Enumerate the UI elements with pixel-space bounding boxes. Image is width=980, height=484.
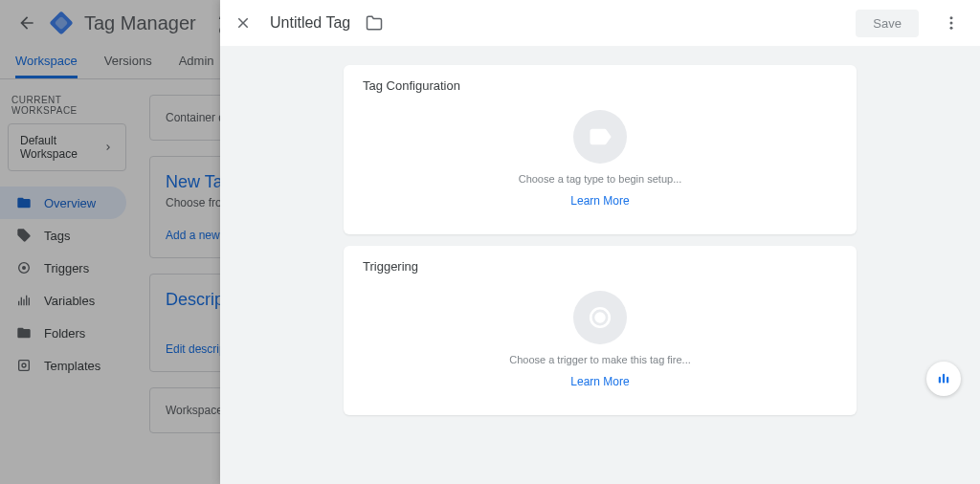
svg-rect-12 (943, 374, 945, 384)
tag-config-placeholder: Choose a tag type to begin setup... (519, 173, 682, 185)
tag-editor-modal: Untitled Tag Save Tag Configuration Choo… (220, 0, 980, 484)
triggering-learn-more-link[interactable]: Learn More (570, 375, 629, 388)
assistant-fab[interactable] (926, 362, 961, 396)
svg-point-10 (596, 314, 605, 322)
tag-config-title: Tag Configuration (363, 78, 837, 93)
svg-rect-11 (939, 377, 941, 384)
svg-point-7 (950, 22, 953, 25)
svg-point-8 (950, 27, 953, 30)
tag-name-input[interactable]: Untitled Tag (270, 14, 350, 32)
tag-configuration-panel[interactable]: Tag Configuration Choose a tag type to b… (344, 65, 857, 234)
triggering-placeholder: Choose a trigger to make this tag fire..… (509, 354, 691, 365)
folder-icon[interactable] (366, 14, 383, 32)
trigger-placeholder-icon (573, 291, 627, 344)
svg-point-6 (950, 16, 953, 19)
tag-placeholder-icon (573, 110, 627, 164)
triggering-title: Triggering (363, 259, 837, 274)
save-button[interactable]: Save (856, 10, 919, 37)
svg-rect-13 (947, 377, 948, 384)
more-menu-button[interactable] (934, 14, 969, 32)
tag-config-learn-more-link[interactable]: Learn More (570, 194, 629, 208)
triggering-panel[interactable]: Triggering Choose a trigger to make this… (344, 246, 857, 415)
close-button[interactable] (232, 11, 255, 34)
